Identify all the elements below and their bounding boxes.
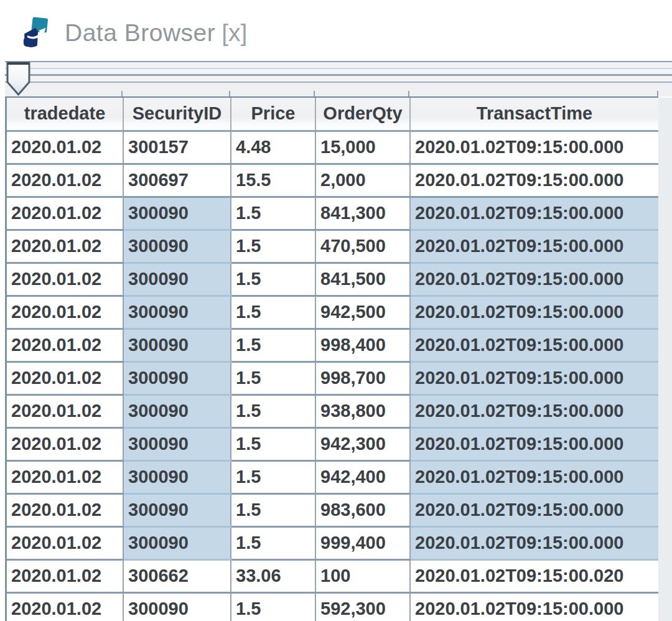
column-header-TransactTime[interactable]: TransactTime	[410, 98, 658, 131]
cell-TransactTime[interactable]: 2020.01.02T09:15:00.000	[410, 493, 658, 526]
cell-OrderQty[interactable]: 100	[315, 559, 410, 592]
table-row: 2020.01.0230069715.52,0002020.01.02T09:1…	[7, 164, 658, 197]
cell-OrderQty[interactable]: 2,000	[315, 164, 410, 197]
cell-TransactTime[interactable]: 2020.01.02T09:15:00.000	[410, 592, 658, 621]
cell-Price[interactable]: 4.48	[231, 131, 315, 164]
cell-OrderQty[interactable]: 942,500	[315, 296, 410, 329]
cell-SecurityID[interactable]: 300090	[123, 197, 231, 230]
cell-SecurityID[interactable]: 300090	[123, 526, 231, 559]
cell-OrderQty[interactable]: 15,000	[315, 131, 410, 164]
cell-Price[interactable]: 15.5	[231, 164, 315, 197]
cell-Price[interactable]: 1.5	[231, 197, 315, 230]
cell-tradedate[interactable]: 2020.01.02	[7, 460, 123, 493]
cell-Price[interactable]: 1.5	[231, 230, 315, 263]
cell-TransactTime[interactable]: 2020.01.02T09:15:00.000	[410, 362, 658, 395]
ruler-marker-handle[interactable]	[6, 62, 31, 96]
table-row: 2020.01.023000901.5592,3002020.01.02T09:…	[7, 592, 658, 621]
cell-TransactTime[interactable]: 2020.01.02T09:15:00.000	[410, 263, 658, 296]
column-header-Price[interactable]: Price	[231, 98, 315, 131]
table-row: 2020.01.023000901.5942,3002020.01.02T09:…	[7, 427, 658, 460]
cell-Price[interactable]: 1.5	[231, 493, 315, 526]
cell-Price[interactable]: 1.5	[231, 526, 315, 559]
cell-SecurityID[interactable]: 300090	[123, 362, 231, 395]
cell-Price[interactable]: 33.06	[231, 559, 315, 592]
cell-OrderQty[interactable]: 983,600	[315, 493, 410, 526]
table-row: 2020.01.023000901.5470,5002020.01.02T09:…	[7, 230, 658, 263]
cell-OrderQty[interactable]: 998,700	[315, 362, 410, 395]
ruler-column-tick	[121, 91, 123, 96]
page-title: Data Browser	[65, 19, 215, 46]
cell-TransactTime[interactable]: 2020.01.02T09:15:00.000	[410, 329, 658, 362]
cell-SecurityID[interactable]: 300157	[123, 131, 231, 164]
cell-OrderQty[interactable]: 470,500	[315, 230, 410, 263]
cell-OrderQty[interactable]: 942,400	[315, 460, 410, 493]
cell-tradedate[interactable]: 2020.01.02	[7, 296, 123, 329]
cell-TransactTime[interactable]: 2020.01.02T09:15:00.020	[410, 559, 658, 592]
tab-data-browser[interactable]: Data Browser[x]	[21, 15, 247, 51]
cell-TransactTime[interactable]: 2020.01.02T09:15:00.000	[410, 395, 658, 427]
cell-TransactTime[interactable]: 2020.01.02T09:15:00.000	[410, 131, 658, 164]
cell-SecurityID[interactable]: 300090	[123, 263, 231, 296]
cell-Price[interactable]: 1.5	[231, 296, 315, 329]
table-row: 2020.01.023000901.5942,5002020.01.02T09:…	[7, 296, 658, 329]
cell-TransactTime[interactable]: 2020.01.02T09:15:00.000	[410, 460, 658, 493]
cell-tradedate[interactable]: 2020.01.02	[7, 559, 123, 592]
cell-SecurityID[interactable]: 300090	[123, 460, 231, 493]
cell-tradedate[interactable]: 2020.01.02	[7, 197, 123, 230]
cell-SecurityID[interactable]: 300090	[123, 296, 231, 329]
cell-SecurityID[interactable]: 300090	[123, 230, 231, 263]
cell-TransactTime[interactable]: 2020.01.02T09:15:00.000	[410, 230, 658, 263]
cell-OrderQty[interactable]: 999,400	[315, 526, 410, 559]
cell-tradedate[interactable]: 2020.01.02	[7, 362, 123, 395]
cell-tradedate[interactable]: 2020.01.02	[7, 592, 123, 621]
cell-SecurityID[interactable]: 300090	[123, 329, 231, 362]
cell-Price[interactable]: 1.5	[231, 263, 315, 296]
table-row: 2020.01.023000901.5999,4002020.01.02T09:…	[7, 526, 658, 559]
cell-tradedate[interactable]: 2020.01.02	[7, 395, 123, 427]
cell-tradedate[interactable]: 2020.01.02	[7, 263, 123, 296]
column-header-OrderQty[interactable]: OrderQty	[315, 98, 410, 131]
cell-TransactTime[interactable]: 2020.01.02T09:15:00.000	[410, 427, 658, 460]
cell-Price[interactable]: 1.5	[231, 362, 315, 395]
data-grid: tradedateSecurityIDPriceOrderQtyTransact…	[5, 96, 658, 621]
cell-OrderQty[interactable]: 938,800	[315, 395, 410, 427]
column-ruler[interactable]	[5, 61, 672, 96]
grid-right-gutter	[658, 98, 672, 621]
header-row: tradedateSecurityIDPriceOrderQtyTransact…	[7, 98, 658, 131]
cell-SecurityID[interactable]: 300090	[123, 592, 231, 621]
column-header-SecurityID[interactable]: SecurityID	[123, 98, 231, 131]
cell-SecurityID[interactable]: 300090	[123, 427, 231, 460]
cell-TransactTime[interactable]: 2020.01.02T09:15:00.000	[410, 197, 658, 230]
cell-OrderQty[interactable]: 998,400	[315, 329, 410, 362]
cell-tradedate[interactable]: 2020.01.02	[7, 427, 123, 460]
cell-OrderQty[interactable]: 592,300	[315, 592, 410, 621]
cell-SecurityID[interactable]: 300090	[123, 493, 231, 526]
cell-tradedate[interactable]: 2020.01.02	[7, 131, 123, 164]
cell-tradedate[interactable]: 2020.01.02	[7, 164, 123, 197]
data-browser-icon	[21, 17, 50, 49]
cell-tradedate[interactable]: 2020.01.02	[7, 526, 123, 559]
cell-TransactTime[interactable]: 2020.01.02T09:15:00.000	[410, 526, 658, 559]
cell-SecurityID[interactable]: 300662	[123, 559, 231, 592]
cell-SecurityID[interactable]: 300090	[123, 395, 231, 427]
table-row: 2020.01.023000901.5841,3002020.01.02T09:…	[7, 197, 658, 230]
cell-TransactTime[interactable]: 2020.01.02T09:15:00.000	[410, 164, 658, 197]
column-header-tradedate[interactable]: tradedate	[7, 98, 123, 131]
cell-tradedate[interactable]: 2020.01.02	[7, 493, 123, 526]
cell-OrderQty[interactable]: 942,300	[315, 427, 410, 460]
cell-Price[interactable]: 1.5	[231, 460, 315, 493]
table-row: 2020.01.023000901.5998,7002020.01.02T09:…	[7, 362, 658, 395]
table-row: 2020.01.023000901.5841,5002020.01.02T09:…	[7, 263, 658, 296]
cell-TransactTime[interactable]: 2020.01.02T09:15:00.000	[410, 296, 658, 329]
cell-OrderQty[interactable]: 841,500	[315, 263, 410, 296]
cell-tradedate[interactable]: 2020.01.02	[7, 329, 123, 362]
ruler-column-tick	[229, 91, 230, 96]
cell-Price[interactable]: 1.5	[231, 427, 315, 460]
cell-OrderQty[interactable]: 841,300	[315, 197, 410, 230]
tab-close-button[interactable]: [x]	[222, 19, 247, 46]
cell-Price[interactable]: 1.5	[231, 592, 315, 621]
cell-Price[interactable]: 1.5	[231, 329, 315, 362]
cell-tradedate[interactable]: 2020.01.02	[7, 230, 123, 263]
cell-SecurityID[interactable]: 300697	[123, 164, 231, 197]
cell-Price[interactable]: 1.5	[231, 395, 315, 427]
